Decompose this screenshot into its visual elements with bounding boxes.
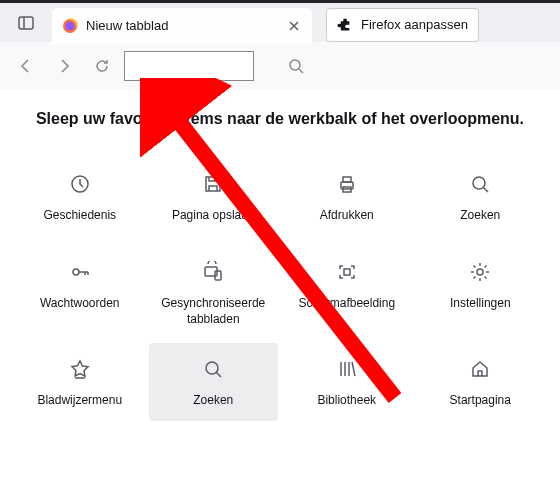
- screenshot-icon: [327, 252, 367, 292]
- customize-item-synctabs[interactable]: Gesynchroniseerde tabbladen: [149, 246, 279, 333]
- item-label: Zoeken: [460, 208, 500, 224]
- svg-point-18: [477, 269, 483, 275]
- toolbar: [0, 42, 560, 90]
- synctabs-icon: [193, 252, 233, 292]
- customize-item-settings[interactable]: Instellingen: [416, 246, 546, 333]
- customize-item-screenshot[interactable]: Schermafbeelding: [282, 246, 412, 333]
- customize-item-search[interactable]: Zoeken: [416, 158, 546, 236]
- back-button[interactable]: [10, 50, 42, 82]
- firefox-icon: [62, 18, 78, 34]
- svg-line-7: [299, 69, 303, 73]
- item-label: Geschiedenis: [43, 208, 116, 224]
- key-icon: [60, 252, 100, 292]
- item-label: Instellingen: [450, 296, 511, 312]
- svg-point-14: [73, 269, 79, 275]
- sidebar-toggle-button[interactable]: [10, 7, 42, 39]
- item-label: Bladwijzermenu: [37, 393, 122, 409]
- addon-grid: GeschiedenisPagina opslaanAfdrukkenZoeke…: [15, 158, 545, 421]
- svg-point-20: [206, 362, 218, 374]
- svg-rect-0: [19, 17, 33, 29]
- instruction-text: Sleep uw favoriete items naar de werkbal…: [15, 110, 545, 128]
- svg-rect-10: [343, 177, 351, 182]
- customize-content: Sleep uw favoriete items naar de werkbal…: [0, 90, 560, 441]
- tab-title: Nieuw tabblad: [86, 18, 286, 33]
- customize-label: Firefox aanpassen: [361, 17, 468, 32]
- close-icon[interactable]: [286, 18, 302, 34]
- item-label: Bibliotheek: [317, 393, 376, 409]
- svg-point-3: [66, 21, 75, 30]
- reload-button[interactable]: [86, 50, 118, 82]
- customize-item-search[interactable]: Zoeken: [149, 343, 279, 421]
- customize-item-history[interactable]: Geschiedenis: [15, 158, 145, 236]
- svg-point-12: [473, 177, 485, 189]
- customize-item-home[interactable]: Startpagina: [416, 343, 546, 421]
- forward-button[interactable]: [48, 50, 80, 82]
- save-icon: [193, 164, 233, 204]
- search-icon: [460, 164, 500, 204]
- svg-line-21: [217, 373, 222, 378]
- item-label: Wachtwoorden: [40, 296, 120, 312]
- bookmarkmenu-icon: [60, 349, 100, 389]
- settings-icon: [460, 252, 500, 292]
- customize-item-key[interactable]: Wachtwoorden: [15, 246, 145, 333]
- item-label: Zoeken: [193, 393, 233, 409]
- svg-line-25: [352, 362, 355, 376]
- customize-panel[interactable]: Firefox aanpassen: [326, 8, 479, 42]
- item-label: Pagina opslaan: [172, 208, 255, 224]
- customize-item-bookmarkmenu[interactable]: Bladwijzermenu: [15, 343, 145, 421]
- tab-bar: Nieuw tabblad Firefox aanpassen: [0, 0, 560, 42]
- search-icon: [193, 349, 233, 389]
- tab-new[interactable]: Nieuw tabblad: [52, 8, 312, 44]
- svg-point-6: [290, 60, 300, 70]
- home-icon: [460, 349, 500, 389]
- svg-rect-17: [344, 269, 350, 275]
- search-icon[interactable]: [280, 50, 312, 82]
- url-bar-placeholder[interactable]: [124, 51, 254, 81]
- svg-line-13: [484, 188, 489, 193]
- customize-item-print[interactable]: Afdrukken: [282, 158, 412, 236]
- print-icon: [327, 164, 367, 204]
- customize-item-save[interactable]: Pagina opslaan: [149, 158, 279, 236]
- customize-item-library[interactable]: Bibliotheek: [282, 343, 412, 421]
- history-icon: [60, 164, 100, 204]
- item-label: Schermafbeelding: [298, 296, 395, 312]
- item-label: Gesynchroniseerde tabbladen: [151, 296, 277, 327]
- library-icon: [327, 349, 367, 389]
- item-label: Startpagina: [450, 393, 511, 409]
- item-label: Afdrukken: [320, 208, 374, 224]
- addon-icon: [337, 17, 353, 33]
